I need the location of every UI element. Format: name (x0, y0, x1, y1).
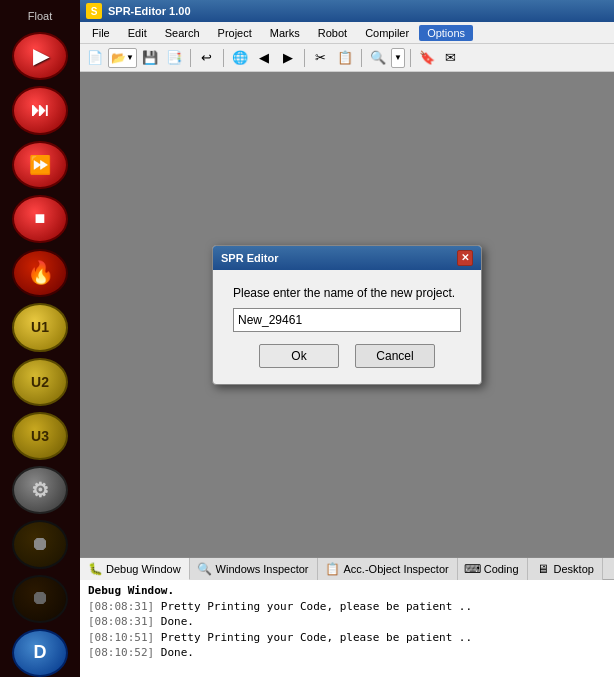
menu-options[interactable]: Options (419, 25, 473, 41)
toolbar-cut[interactable]: ✂ (310, 47, 332, 69)
ok-button[interactable]: Ok (259, 344, 339, 368)
toolbar-open-dropdown[interactable]: 📂▼ (108, 48, 137, 68)
menu-compiler[interactable]: Compiler (357, 25, 417, 41)
sep5 (410, 49, 411, 67)
sidebar: Float (0, 0, 80, 677)
tab-debug-window[interactable]: 🐛 Debug Window (80, 558, 190, 580)
u1-button[interactable] (12, 303, 68, 351)
debug-text-4: Done. (161, 646, 194, 659)
tab-acc-object-inspector[interactable]: 📋 Acc.-Object Inspector (318, 558, 458, 580)
dialog-body: Please enter the name of the new project… (213, 270, 481, 384)
menu-robot[interactable]: Robot (310, 25, 355, 41)
tab-windows-inspector-label: Windows Inspector (216, 563, 309, 575)
editor-area: SPR Editor ✕ Please enter the name of th… (80, 72, 614, 557)
sep3 (304, 49, 305, 67)
debug-text-2: Done. (161, 615, 194, 628)
project-name-input[interactable] (233, 308, 461, 332)
title-bar: S SPR-Editor 1.00 (80, 0, 614, 22)
dialog-overlay: SPR Editor ✕ Please enter the name of th… (80, 72, 614, 557)
menu-project[interactable]: Project (210, 25, 260, 41)
debug-time-2: [08:08:31] (88, 615, 154, 628)
tab-desktop-label: Desktop (554, 563, 594, 575)
debug-window-content: Debug Window. [08:08:31] Pretty Printing… (80, 580, 614, 677)
coding-icon: ⌨ (466, 562, 480, 576)
toolbar-forward[interactable]: ▶ (277, 47, 299, 69)
u2-button[interactable] (12, 358, 68, 406)
tab-coding[interactable]: ⌨ Coding (458, 558, 528, 580)
sep1 (190, 49, 191, 67)
play-button[interactable] (12, 32, 68, 80)
toolbar-email[interactable]: ✉ (440, 47, 462, 69)
tab-debug-label: Debug Window (106, 563, 181, 575)
tab-coding-label: Coding (484, 563, 519, 575)
debug-line-2: [08:08:31] Done. (88, 614, 606, 629)
dialog-title: SPR Editor (221, 252, 278, 264)
debug-time-1: [08:08:31] (88, 600, 154, 613)
menu-bar: File Edit Search Project Marks Robot Com… (80, 22, 614, 44)
debug-text-3: Pretty Printing your Code, please be pat… (161, 631, 472, 644)
toolbar-browse[interactable]: 🌐 (229, 47, 251, 69)
debug-line-4: [08:10:52] Done. (88, 645, 606, 660)
desktop-icon: 🖥 (536, 562, 550, 576)
debug-icon: 🐛 (88, 562, 102, 576)
tab-windows-inspector[interactable]: 🔍 Windows Inspector (190, 558, 318, 580)
dialog-title-bar: SPR Editor ✕ (213, 246, 481, 270)
menu-search[interactable]: Search (157, 25, 208, 41)
toolbar-find-dropdown[interactable]: ▼ (391, 48, 405, 68)
tab-acc-object-label: Acc.-Object Inspector (344, 563, 449, 575)
debug-time-4: [08:10:52] (88, 646, 154, 659)
toolbar-new[interactable]: 📄 (84, 47, 106, 69)
spr-editor-dialog: SPR Editor ✕ Please enter the name of th… (212, 245, 482, 385)
fast-forward-button[interactable] (12, 141, 68, 189)
debug-line-3: [08:10:51] Pretty Printing your Code, pl… (88, 630, 606, 645)
toolbar-undo[interactable]: ↩ (196, 47, 218, 69)
app-title: SPR-Editor 1.00 (108, 5, 191, 17)
stop-button[interactable] (12, 195, 68, 243)
bottom-panel: 🐛 Debug Window 🔍 Windows Inspector 📋 Acc… (80, 557, 614, 677)
sep2 (223, 49, 224, 67)
toolbar: 📄 📂▼ 💾 📑 ↩ 🌐 ◀ ▶ ✂ 📋 🔍 ▼ 🔖 ✉ (80, 44, 614, 72)
windows-inspector-icon: 🔍 (198, 562, 212, 576)
menu-edit[interactable]: Edit (120, 25, 155, 41)
toolbar-save2[interactable]: 📑 (163, 47, 185, 69)
dialog-buttons: Ok Cancel (233, 344, 461, 368)
app-icon: S (86, 3, 102, 19)
toolbar-copy[interactable]: 📋 (334, 47, 356, 69)
d-button[interactable] (12, 629, 68, 677)
debug-window-title: Debug Window. (88, 584, 606, 597)
sep4 (361, 49, 362, 67)
acc-object-icon: 📋 (326, 562, 340, 576)
toolbar-bookmark[interactable]: 🔖 (416, 47, 438, 69)
flame-button[interactable] (12, 249, 68, 297)
toolbar-save[interactable]: 💾 (139, 47, 161, 69)
tab-desktop[interactable]: 🖥 Desktop (528, 558, 603, 580)
debug-text-1: Pretty Printing your Code, please be pat… (161, 600, 472, 613)
bottom-tabs: 🐛 Debug Window 🔍 Windows Inspector 📋 Acc… (80, 558, 614, 580)
float-label: Float (28, 10, 52, 22)
u3-button[interactable] (12, 412, 68, 460)
debug-line-1: [08:08:31] Pretty Printing your Code, pl… (88, 599, 606, 614)
toolbar-find[interactable]: 🔍 (367, 47, 389, 69)
dialog-close-button[interactable]: ✕ (457, 250, 473, 266)
cancel-button[interactable]: Cancel (355, 344, 435, 368)
skip-next-button[interactable] (12, 86, 68, 134)
record2-button[interactable] (12, 575, 68, 623)
main-area: S SPR-Editor 1.00 File Edit Search Proje… (80, 0, 614, 677)
gear-button[interactable] (12, 466, 68, 514)
debug-time-3: [08:10:51] (88, 631, 154, 644)
menu-file[interactable]: File (84, 25, 118, 41)
record1-button[interactable] (12, 520, 68, 568)
toolbar-back[interactable]: ◀ (253, 47, 275, 69)
dialog-prompt: Please enter the name of the new project… (233, 286, 461, 300)
menu-marks[interactable]: Marks (262, 25, 308, 41)
